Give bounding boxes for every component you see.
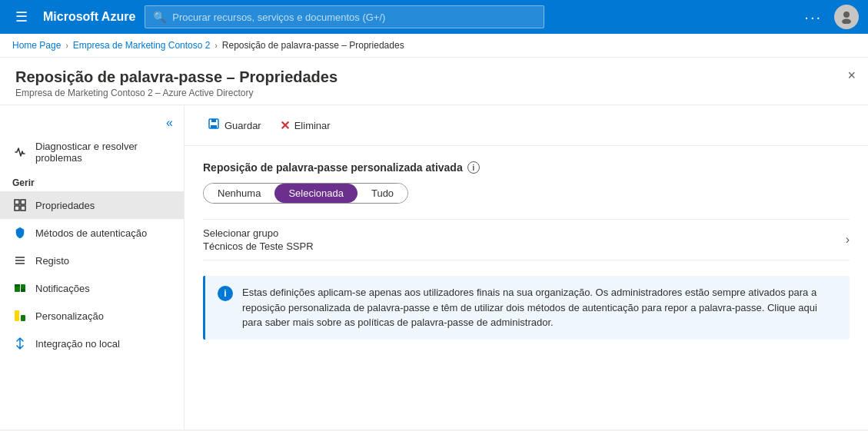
collapse-button[interactable]: « (161, 114, 178, 131)
svg-point-1 (842, 19, 851, 25)
search-placeholder: Procurar recursos, serviços e documentos… (172, 12, 385, 23)
svg-rect-16 (211, 119, 216, 122)
sidebar-item-diagnose[interactable]: Diagnosticar e resolver problemas (0, 134, 184, 170)
sidebar-item-notificacoes-label: Notificações (35, 283, 90, 294)
main-panel: Guardar ✕ Eliminar Reposição de palavra-… (185, 105, 868, 429)
breadcrumb: Home Page › Empresa de Marketing Contoso… (0, 34, 868, 58)
panel-content: Reposição de palavra-passe personalizada… (185, 146, 868, 355)
sidebar-item-metodos[interactable]: Métodos de autenticação (0, 219, 184, 247)
select-group-title: Selecionar grupo (203, 227, 314, 239)
content-area: « Diagnosticar e resolver problemas Geri… (0, 105, 868, 429)
sidebar: « Diagnosticar e resolver problemas Geri… (0, 105, 185, 429)
delete-button[interactable]: ✕ Eliminar (272, 114, 338, 138)
integracao-icon (12, 336, 28, 351)
sspr-info-icon[interactable]: i (467, 161, 480, 174)
sidebar-collapse[interactable]: « (0, 111, 184, 134)
breadcrumb-home[interactable]: Home Page (12, 40, 61, 51)
search-bar[interactable]: 🔍 Procurar recursos, serviços e document… (145, 5, 544, 28)
sidebar-item-personalizacao-label: Personalização (35, 310, 104, 322)
toolbar: Guardar ✕ Eliminar (185, 105, 868, 146)
save-icon (208, 118, 220, 133)
radio-tudo[interactable]: Tudo (358, 184, 407, 203)
personalizacao-icon (12, 308, 28, 323)
sidebar-item-integracao[interactable]: Integração no local (0, 330, 184, 357)
sidebar-item-integracao-label: Integração no local (35, 338, 120, 350)
chevron-right-icon: › (846, 233, 850, 247)
sidebar-item-propriedades[interactable]: Propriedades (0, 191, 184, 219)
breadcrumb-current: Reposição de palavra-passe – Propriedade… (222, 40, 404, 51)
diagnose-icon (12, 144, 28, 160)
svg-rect-10 (15, 284, 20, 287)
info-box-text: Estas definições aplicam-se apenas aos u… (242, 285, 837, 330)
search-icon: 🔍 (153, 11, 166, 23)
top-nav-right: ··· (798, 5, 859, 29)
svg-rect-13 (15, 310, 19, 321)
more-options-icon[interactable]: ··· (798, 5, 828, 29)
radio-nenhuma[interactable]: Nenhuma (204, 184, 274, 203)
select-group-value: Técnicos de Teste SSPR (203, 240, 314, 252)
hamburger-icon[interactable]: ☰ (9, 5, 34, 28)
delete-icon: ✕ (280, 118, 290, 133)
propriedades-icon (12, 197, 28, 213)
top-nav: ☰ Microsoft Azure 🔍 Procurar recursos, s… (0, 0, 868, 34)
save-button[interactable]: Guardar (200, 113, 269, 138)
select-group-row[interactable]: Selecionar grupo Técnicos de Teste SSPR … (203, 219, 850, 260)
page-subtitle: Empresa de Marketing Contoso 2 – Azure A… (15, 88, 853, 98)
page-title: Reposição de palavra-passe – Propriedade… (15, 68, 853, 86)
breadcrumb-company[interactable]: Empresa de Marketing Contoso 2 (73, 40, 211, 51)
svg-rect-3 (21, 200, 25, 204)
svg-point-0 (843, 12, 850, 18)
svg-rect-14 (21, 315, 25, 321)
sspr-label-text: Reposição de palavra-passe personalizada… (203, 161, 463, 174)
registo-icon (12, 253, 28, 268)
svg-rect-4 (15, 206, 19, 211)
close-button[interactable]: × (847, 68, 856, 82)
svg-rect-12 (21, 289, 25, 292)
sspr-label: Reposição de palavra-passe personalizada… (203, 161, 850, 174)
avatar[interactable] (834, 5, 859, 29)
notificacoes-icon (12, 280, 28, 296)
main-container: Reposição de palavra-passe – Propriedade… (0, 58, 868, 429)
metodos-icon (12, 225, 28, 240)
sidebar-item-diagnose-label: Diagnosticar e resolver problemas (35, 141, 171, 164)
svg-rect-5 (21, 206, 25, 211)
brand-label: Microsoft Azure (43, 10, 135, 24)
select-group-info: Selecionar grupo Técnicos de Teste SSPR (203, 227, 314, 252)
info-box: i Estas definições aplicam-se apenas aos… (203, 276, 850, 340)
delete-label: Eliminar (294, 120, 331, 131)
page-header: Reposição de palavra-passe – Propriedade… (0, 58, 868, 105)
sidebar-item-propriedades-label: Propriedades (35, 200, 95, 211)
info-box-icon: i (218, 286, 233, 301)
sidebar-item-registo-label: Registo (35, 255, 69, 267)
sidebar-item-registo[interactable]: Registo (0, 247, 184, 274)
breadcrumb-sep-1: › (65, 41, 68, 50)
sidebar-section-gerir: Gerir (0, 170, 184, 191)
radio-group: Nenhuma Selecionada Tudo (203, 183, 408, 204)
sidebar-item-metodos-label: Métodos de autenticação (35, 227, 147, 239)
sidebar-item-personalizacao[interactable]: Personalização (0, 302, 184, 330)
svg-rect-2 (15, 200, 19, 204)
breadcrumb-sep-2: › (215, 41, 217, 50)
sidebar-item-notificacoes[interactable]: Notificações (0, 274, 184, 302)
save-label: Guardar (224, 120, 261, 131)
radio-selecionada[interactable]: Selecionada (274, 184, 358, 203)
